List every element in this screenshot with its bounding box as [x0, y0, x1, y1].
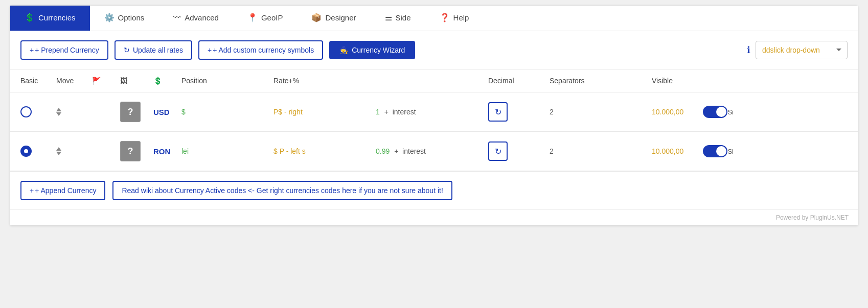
- toggle-thumb-ron: [716, 146, 726, 156]
- symbol-icon: 💲: [153, 77, 162, 85]
- move-arrows-ron[interactable]: [56, 147, 61, 155]
- cell-rate-ron: 0.99 + interest: [376, 147, 488, 156]
- prepend-icon: +: [30, 46, 34, 54]
- tab-designer[interactable]: 📦 Designer: [297, 6, 370, 31]
- col-symbol: 💲: [153, 77, 181, 85]
- cell-basic-usd: [20, 106, 56, 117]
- col-position: Position: [181, 77, 273, 85]
- wiki-link[interactable]: Read wiki about Currency Active codes <-…: [112, 181, 452, 200]
- table-header: Basic Move 🚩 🖼 💲 Position Rate+% Decimal…: [10, 69, 858, 92]
- visible-label-usd: Si: [727, 108, 734, 116]
- advanced-icon: 〰: [173, 13, 181, 22]
- prepend-label: + Prepend Currency: [35, 46, 99, 54]
- cell-separators-usd: 10.000,00: [652, 108, 703, 116]
- cell-position-ron: $ P - left s: [273, 147, 376, 155]
- arrow-up-ron[interactable]: [56, 147, 61, 151]
- tab-currencies[interactable]: 💲 Currencies: [10, 6, 90, 31]
- currency-code-usd: USD: [153, 108, 170, 116]
- cell-refresh-ron: ↻: [488, 141, 550, 161]
- powered-by-text: Powered by PluginUs.NET: [776, 214, 849, 221]
- move-arrows-usd[interactable]: [56, 108, 61, 116]
- cell-rate-usd: 1 + interest: [376, 107, 488, 116]
- col-basic: Basic: [20, 77, 56, 85]
- cell-refresh-usd: ↻: [488, 102, 550, 122]
- arrow-up-usd[interactable]: [56, 108, 61, 111]
- visible-label-ron: Si: [727, 148, 734, 155]
- designer-icon: 📦: [311, 13, 322, 22]
- nav-tabs: 💲 Currencies ⚙️ Options 〰 Advanced 📍 Geo…: [10, 6, 858, 31]
- flag-icon: 🚩: [92, 77, 101, 85]
- footer-toolbar: + + Append Currency Read wiki about Curr…: [10, 171, 858, 209]
- tab-advanced-label: Advanced: [185, 13, 219, 22]
- wiki-label: Read wiki about Currency Active codes <-…: [122, 186, 443, 195]
- arrow-down-ron[interactable]: [56, 152, 61, 155]
- tab-side-label: Side: [396, 13, 411, 22]
- update-rates-button[interactable]: ↻ Update all rates: [115, 40, 192, 60]
- rate-ron: 0.99: [376, 147, 390, 155]
- add-custom-icon: +: [208, 46, 212, 54]
- table-row: ? USD $ P$ - right 1 + interest ↻ 2 10.0…: [10, 92, 858, 132]
- col-decimal: Decimal: [488, 77, 550, 85]
- refresh-button-ron[interactable]: ↻: [488, 141, 508, 161]
- cell-move-usd: [56, 108, 92, 116]
- help-icon: ❓: [440, 13, 450, 22]
- cell-image-ron: ?: [120, 141, 153, 161]
- refresh-button-usd[interactable]: ↻: [488, 102, 508, 122]
- update-rates-icon: ↻: [124, 46, 130, 54]
- toggle-thumb-usd: [716, 107, 726, 117]
- cell-move-ron: [56, 147, 92, 155]
- toolbar: + + Prepend Currency ↻ Update all rates …: [10, 31, 858, 69]
- interest-usd: + interest: [384, 108, 416, 116]
- tab-help-label: Help: [453, 13, 469, 22]
- update-rates-label: Update all rates: [133, 46, 183, 54]
- arrow-down-usd[interactable]: [56, 112, 61, 116]
- tab-advanced[interactable]: 〰 Advanced: [158, 6, 233, 31]
- image-placeholder-ron: ?: [120, 141, 141, 161]
- cell-separators-ron: 10.000,00: [652, 147, 703, 155]
- toggle-ron[interactable]: [703, 145, 725, 157]
- col-rate: Rate+%: [273, 77, 376, 85]
- cell-visible-usd: Si: [703, 106, 734, 118]
- dropdown-select[interactable]: ddslick drop-down select drop-down custo…: [756, 41, 848, 59]
- radio-usd[interactable]: [20, 106, 32, 117]
- cell-code-ron: RON: [153, 147, 181, 156]
- prepend-currency-button[interactable]: + + Prepend Currency: [20, 40, 108, 60]
- toggle-usd[interactable]: [703, 106, 725, 118]
- cell-symbol-usd: $: [181, 108, 273, 116]
- cell-code-usd: USD: [153, 108, 181, 116]
- col-image: 🖼: [120, 77, 153, 85]
- add-custom-label: + Add custom currency symbols: [213, 46, 314, 54]
- image-placeholder-usd: ?: [120, 102, 141, 122]
- tab-options[interactable]: ⚙️ Options: [90, 6, 159, 31]
- side-icon: ⚌: [385, 13, 392, 22]
- cell-symbol-ron: lei: [181, 147, 273, 155]
- wizard-label: Currency Wizard: [352, 46, 405, 54]
- geoip-icon: 📍: [247, 13, 258, 22]
- wizard-icon: 🧙: [339, 46, 348, 54]
- tab-currencies-label: Currencies: [38, 13, 76, 22]
- currency-wizard-button[interactable]: 🧙 Currency Wizard: [329, 41, 415, 59]
- info-icon[interactable]: ℹ: [747, 44, 750, 56]
- tab-geoip[interactable]: 📍 GeoIP: [233, 6, 298, 31]
- append-currency-button[interactable]: + + Append Currency: [20, 181, 105, 200]
- col-interest: [376, 77, 488, 85]
- tab-options-label: Options: [118, 13, 145, 22]
- options-icon: ⚙️: [104, 13, 115, 22]
- decimal-usd: 2: [550, 108, 554, 116]
- tab-side[interactable]: ⚌ Side: [371, 6, 425, 31]
- col-move: Move: [56, 77, 92, 85]
- append-icon: +: [30, 186, 34, 195]
- position-usd: P$ - right: [273, 108, 303, 116]
- col-visible: Visible: [652, 77, 703, 85]
- decimal-ron: 2: [550, 147, 554, 155]
- interest-ron: + interest: [394, 147, 426, 155]
- toolbar-right: ℹ ddslick drop-down select drop-down cus…: [747, 41, 848, 59]
- symbol-ron: lei: [181, 147, 189, 155]
- tab-help[interactable]: ❓ Help: [425, 6, 484, 31]
- powered-by: Powered by PluginUs.NET: [10, 209, 858, 225]
- add-custom-symbols-button[interactable]: + + Add custom currency symbols: [198, 40, 323, 60]
- separators-usd: 10.000,00: [652, 108, 683, 116]
- radio-ron[interactable]: [20, 146, 32, 157]
- tab-designer-label: Designer: [325, 13, 356, 22]
- image-icon: 🖼: [120, 77, 127, 85]
